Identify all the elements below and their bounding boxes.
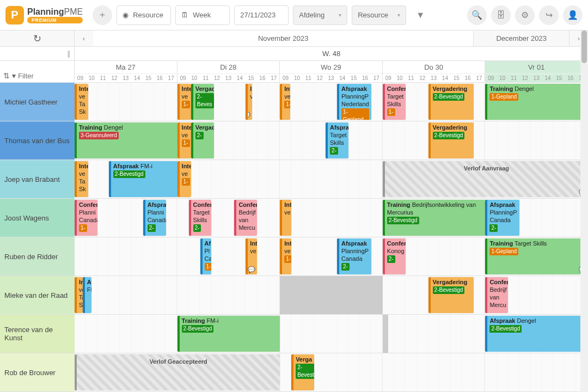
hour-label: 15 <box>348 74 359 82</box>
resource-label[interactable]: Ruben de Ridder <box>0 237 75 275</box>
row-cells[interactable]: Training Dengel3-GeannuleerdInterne ve1-… <box>75 121 588 160</box>
resource-label[interactable]: Joost Wagens <box>0 199 75 237</box>
hour-label: 09 <box>383 74 394 82</box>
row-cells[interactable]: Confer Planni Canada1-Afspra Planni Cana… <box>75 199 588 237</box>
resource-row: Mieke van der RaadInt ve Ta SkAf FMVerga… <box>0 276 588 315</box>
event[interactable]: Vergadering2-Bevestigd <box>428 122 474 158</box>
resource-row: Ruben de RidderAf Pl Ca1-Int ve💬Int ve1-… <box>0 237 588 276</box>
group-selector[interactable]: Resource ▾ <box>352 5 406 25</box>
user-button[interactable]: 👤 <box>563 5 583 25</box>
event[interactable]: Vergad2-Beves <box>191 84 214 120</box>
event[interactable]: Training FM-i2-Bevestigd <box>177 316 280 352</box>
hour-label: 13 <box>428 74 439 82</box>
row-cells[interactable]: Training FM-i2-BevestigdAfspraak Dengel2… <box>75 315 588 353</box>
event[interactable]: Afspraak PlanningP Canada2- <box>337 238 371 274</box>
resource-label[interactable]: Thomas van der Bus <box>0 121 75 160</box>
event[interactable]: Afspraak FM-i2-Bevestigd <box>109 161 177 197</box>
event[interactable]: Int ve1- <box>280 238 291 274</box>
dropdown-icon[interactable]: ▾ <box>12 71 16 80</box>
add-button[interactable]: ＋ <box>93 5 112 25</box>
row-cells[interactable]: Int ve Ta SkAf FMVergadering2-BevestigdC… <box>75 276 588 314</box>
sort-icon[interactable]: ⇅ <box>3 71 10 80</box>
resource-row: Joost WagensConfer Planni Canada1-Afspra… <box>0 199 588 237</box>
event[interactable]: Training Dengel3-Geannuleerd <box>75 122 177 158</box>
event[interactable]: Verga2- Bevest <box>291 354 314 390</box>
event[interactable]: Int ve💬 <box>246 84 252 120</box>
event[interactable]: Interne ve1- <box>177 161 191 197</box>
resource-label[interactable]: Michiel Gastheer <box>0 83 75 121</box>
month-label-1[interactable]: November 2023 <box>93 30 474 46</box>
event[interactable]: Confer Konog2- <box>383 238 406 274</box>
event[interactable]: Verlof Aanvraag💬 <box>383 161 588 197</box>
event[interactable]: Confer Target Skills2- <box>189 200 212 236</box>
week-drag-handle[interactable]: ∥ <box>0 47 75 60</box>
event[interactable]: Af Pl Ca1- <box>200 238 212 274</box>
data-button[interactable]: 🗄 <box>491 5 511 25</box>
week-number: W. 48 <box>75 47 588 60</box>
day-header: Di 28091011121314151617 <box>177 61 280 82</box>
event[interactable]: Confer Bedrijf van Mercu <box>234 200 257 236</box>
event[interactable]: Afspra Planni Canada2- <box>143 200 166 236</box>
date-label: 27/11/2023 <box>240 11 275 19</box>
day-header: Vr 01091011121314151617 <box>485 61 588 82</box>
prev-month-button[interactable]: ‹ <box>75 30 93 46</box>
resource-label[interactable]: Joep van Brabant <box>0 160 75 198</box>
resource-label[interactable]: Rob de Brouwer <box>0 353 75 391</box>
filter-button[interactable]: ▼ <box>411 5 430 25</box>
event[interactable]: Afspraak Dengel2-Bevestigd <box>485 316 588 352</box>
event[interactable]: Afspraak PlanningP Canada2- <box>485 200 519 236</box>
resource-row: Rob de BrouwerVerlof GeaccepteerdVerga2-… <box>0 353 588 392</box>
event[interactable]: Int ve <box>280 200 291 236</box>
vertical-scrollbar[interactable] <box>580 30 588 392</box>
resource-label[interactable]: Mieke van der Raad <box>0 276 75 314</box>
event[interactable]: Confer Planni Canada1- <box>75 200 97 236</box>
hour-label: 12 <box>416 74 428 82</box>
hour-label: 11 <box>200 74 211 82</box>
resource-selector[interactable]: ◉ Resource <box>117 5 171 25</box>
resource-row: Michiel GastheerInterne ve Ta SkInterne … <box>0 83 588 121</box>
period-selector[interactable]: 🗓 Week <box>175 5 230 25</box>
event[interactable]: Vergad2- <box>191 122 214 158</box>
event[interactable]: Vergadering2-Bevestigd <box>428 84 474 120</box>
event[interactable]: Training Dengel1-Gepland <box>485 84 588 120</box>
event[interactable]: Confer Target Skills1- <box>383 84 406 120</box>
event[interactable]: Vergadering2-Bevestigd <box>428 277 474 313</box>
event[interactable]: Training Bedrijfsontwikkeling van Mercur… <box>383 200 486 236</box>
event[interactable]: Af FM <box>83 277 92 313</box>
hour-label: 15 <box>451 74 462 82</box>
event[interactable]: Interne ve1- <box>177 84 191 120</box>
event[interactable]: Afspraak PlanningP Nederland1-Gepland <box>337 84 371 120</box>
event[interactable]: Confer Bedrijf van Mercu <box>485 277 508 313</box>
event[interactable]: Verlof Geaccepteerd <box>75 354 280 390</box>
app-name: PlanningPME <box>27 7 83 17</box>
hour-label: 11 <box>508 74 519 82</box>
row-cells[interactable]: Verlof GeaccepteerdVerga2- Bevest <box>75 353 588 391</box>
app-logo: P PlanningPME PREMIUM <box>5 6 83 24</box>
event[interactable]: Int ve Ta Sk <box>75 277 83 313</box>
day-headers: ⇅ ▾ Ma 27091011121314151617Di 2809101112… <box>0 61 588 83</box>
department-selector[interactable]: Afdeling ▾ <box>293 5 347 25</box>
event[interactable]: Int ve1- <box>280 84 290 120</box>
refresh-icon[interactable]: ↻ <box>33 33 41 45</box>
row-cells[interactable]: Af Pl Ca1-Int ve💬Int ve1-Afspraak Planni… <box>75 237 588 275</box>
month-label-2[interactable]: December 2023 <box>474 30 569 46</box>
resource-row: Joep van BrabantInterne ve Ta SkAfspraak… <box>0 160 588 199</box>
period-label: Week <box>193 11 211 19</box>
event[interactable]: Interne ve1- <box>177 122 191 158</box>
event[interactable]: Interne ve Ta Sk <box>75 161 88 197</box>
event[interactable]: Afspra Target Skills2- <box>326 122 348 158</box>
hour-label: 14 <box>336 74 348 82</box>
share-button[interactable]: ↪ <box>539 5 559 25</box>
event[interactable]: Interne ve Ta Sk <box>75 84 88 120</box>
resource-label[interactable]: Terence van de Kunst <box>0 315 75 353</box>
hour-label: 14 <box>131 74 143 82</box>
event[interactable]: Int ve💬 <box>246 238 257 274</box>
hour-label: 12 <box>109 74 120 82</box>
row-cells[interactable]: Interne ve Ta SkAfspraak FM-i2-Bevestigd… <box>75 160 588 198</box>
search-button[interactable]: 🔍 <box>467 5 487 25</box>
event[interactable]: Training Target Skills1-Gepland💬 <box>485 238 588 274</box>
hour-label: 17 <box>166 74 177 82</box>
date-selector[interactable]: 27/11/2023 <box>234 5 289 25</box>
settings-button[interactable]: ⚙ <box>515 5 535 25</box>
row-cells[interactable]: Interne ve Ta SkInterne ve1-Vergad2-Beve… <box>75 83 588 121</box>
